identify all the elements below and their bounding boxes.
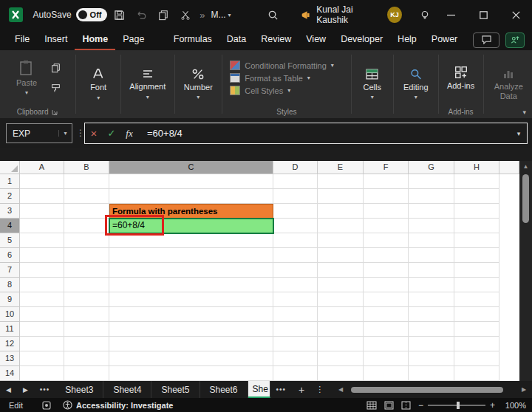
alignment-button[interactable]: Alignment ▾ bbox=[123, 50, 172, 118]
cell-A11[interactable] bbox=[20, 322, 64, 337]
cell-F8[interactable] bbox=[364, 278, 409, 292]
cell-E1[interactable] bbox=[318, 174, 364, 189]
row-header-10[interactable]: 10 bbox=[0, 307, 20, 322]
cell-E14[interactable] bbox=[318, 366, 364, 381]
cell-A7[interactable] bbox=[20, 263, 64, 278]
horizontal-scroll-thumb[interactable] bbox=[351, 387, 503, 393]
styles-item-format-as-table[interactable]: Format as Table▾ bbox=[230, 73, 344, 83]
cell-H14[interactable] bbox=[454, 366, 499, 381]
cell-C2[interactable] bbox=[109, 189, 273, 204]
addins-button[interactable]: Add-ins bbox=[440, 50, 481, 106]
horizontal-scrollbar[interactable]: ◀ ▶ bbox=[335, 384, 529, 395]
cell-G5[interactable] bbox=[409, 233, 454, 248]
font-button[interactable]: Font ▾ bbox=[83, 50, 113, 118]
cell-A9[interactable] bbox=[20, 292, 64, 307]
page-layout-view-icon[interactable] bbox=[384, 401, 394, 410]
tab-developer[interactable]: Developer bbox=[333, 30, 390, 50]
cell-B8[interactable] bbox=[64, 278, 109, 292]
cell-F2[interactable] bbox=[364, 189, 409, 204]
enter-icon[interactable]: ✓ bbox=[103, 123, 120, 143]
cell-B4[interactable] bbox=[64, 219, 109, 233]
zoom-out-icon[interactable]: − bbox=[418, 400, 423, 411]
cell-F11[interactable] bbox=[364, 322, 409, 337]
editing-button[interactable]: Editing ▾ bbox=[397, 50, 435, 118]
cell-F6[interactable] bbox=[364, 248, 409, 263]
cell-A4[interactable] bbox=[20, 219, 64, 233]
cell-G7[interactable] bbox=[409, 263, 454, 278]
cell-F4[interactable] bbox=[364, 219, 409, 233]
tab-view[interactable]: View bbox=[299, 30, 333, 50]
normal-view-icon[interactable] bbox=[366, 401, 377, 410]
cell-D4[interactable] bbox=[273, 219, 318, 233]
expand-formula-bar-icon[interactable]: ▾ bbox=[511, 130, 527, 137]
cell-C6[interactable] bbox=[109, 248, 273, 263]
formula-input[interactable]: =60+8/4 bbox=[138, 128, 511, 139]
cell-D8[interactable] bbox=[273, 278, 318, 292]
row-header-3[interactable]: 3 bbox=[0, 204, 20, 219]
cell-F7[interactable] bbox=[364, 263, 409, 278]
cell-F5[interactable] bbox=[364, 233, 409, 248]
cell-H2[interactable] bbox=[454, 189, 499, 204]
cell-G14[interactable] bbox=[409, 366, 454, 381]
zoom-slider-thumb[interactable] bbox=[457, 402, 460, 409]
cell-C13[interactable] bbox=[109, 351, 273, 366]
cell-D9[interactable] bbox=[273, 292, 318, 307]
sheet-more-icon[interactable]: ••• bbox=[34, 385, 56, 394]
cell-H3[interactable] bbox=[454, 204, 499, 219]
cell-B9[interactable] bbox=[64, 292, 109, 307]
cell-E12[interactable] bbox=[318, 337, 364, 351]
cell-H7[interactable] bbox=[454, 263, 499, 278]
format-painter-icon[interactable] bbox=[47, 81, 64, 96]
cell-H6[interactable] bbox=[454, 248, 499, 263]
row-header-2[interactable]: 2 bbox=[0, 189, 20, 204]
cell-A8[interactable] bbox=[20, 278, 64, 292]
share-button[interactable] bbox=[505, 32, 525, 48]
cell-B5[interactable] bbox=[64, 233, 109, 248]
cell-D2[interactable] bbox=[273, 189, 318, 204]
tab-page-layout[interactable]: Page Layout bbox=[115, 30, 166, 50]
tab-review[interactable]: Review bbox=[253, 30, 299, 50]
scroll-left-icon[interactable]: ◀ bbox=[335, 386, 346, 393]
cells-button[interactable]: Cells ▾ bbox=[357, 50, 388, 118]
cell-D1[interactable] bbox=[273, 174, 318, 189]
cell-D3[interactable] bbox=[273, 204, 318, 219]
cell-E5[interactable] bbox=[318, 233, 364, 248]
vertical-scroll-thumb[interactable] bbox=[522, 174, 529, 223]
save-icon[interactable] bbox=[110, 4, 129, 25]
row-header-7[interactable]: 7 bbox=[0, 263, 20, 278]
lightbulb-icon[interactable] bbox=[415, 4, 434, 25]
cell-H13[interactable] bbox=[454, 351, 499, 366]
sheet-tab-sheet4[interactable]: Sheet4 bbox=[103, 381, 151, 398]
cell-H11[interactable] bbox=[454, 322, 499, 337]
column-header-h[interactable]: H bbox=[454, 161, 499, 174]
cell-E13[interactable] bbox=[318, 351, 364, 366]
tab-help[interactable]: Help bbox=[390, 30, 424, 50]
cell-G6[interactable] bbox=[409, 248, 454, 263]
row-header-11[interactable]: 11 bbox=[0, 322, 20, 337]
column-header-c[interactable]: C bbox=[109, 161, 273, 174]
cell-E3[interactable] bbox=[318, 204, 364, 219]
more-commands-button[interactable]: M... ▾ bbox=[211, 10, 231, 20]
column-header-d[interactable]: D bbox=[273, 161, 318, 174]
cell-A14[interactable] bbox=[20, 366, 64, 381]
cell-G8[interactable] bbox=[409, 278, 454, 292]
cell-C1[interactable] bbox=[109, 174, 273, 189]
row-header-6[interactable]: 6 bbox=[0, 248, 20, 263]
cell-A12[interactable] bbox=[20, 337, 64, 351]
tab-formulas[interactable]: Formulas bbox=[166, 30, 219, 50]
tab-insert[interactable]: Insert bbox=[37, 30, 75, 50]
cell-H1[interactable] bbox=[454, 174, 499, 189]
maximize-button[interactable] bbox=[467, 0, 499, 30]
cell-B1[interactable] bbox=[64, 174, 109, 189]
cell-F3[interactable] bbox=[364, 204, 409, 219]
search-icon[interactable] bbox=[264, 4, 283, 25]
cell-E6[interactable] bbox=[318, 248, 364, 263]
cell-D10[interactable] bbox=[273, 307, 318, 322]
cell-B14[interactable] bbox=[64, 366, 109, 381]
cell-D5[interactable] bbox=[273, 233, 318, 248]
cell-C10[interactable] bbox=[109, 307, 273, 322]
page-break-view-icon[interactable] bbox=[401, 401, 411, 410]
autosave-toggle[interactable]: Off bbox=[76, 8, 107, 21]
cell-D13[interactable] bbox=[273, 351, 318, 366]
name-box[interactable]: EXP ▾ bbox=[6, 123, 72, 143]
